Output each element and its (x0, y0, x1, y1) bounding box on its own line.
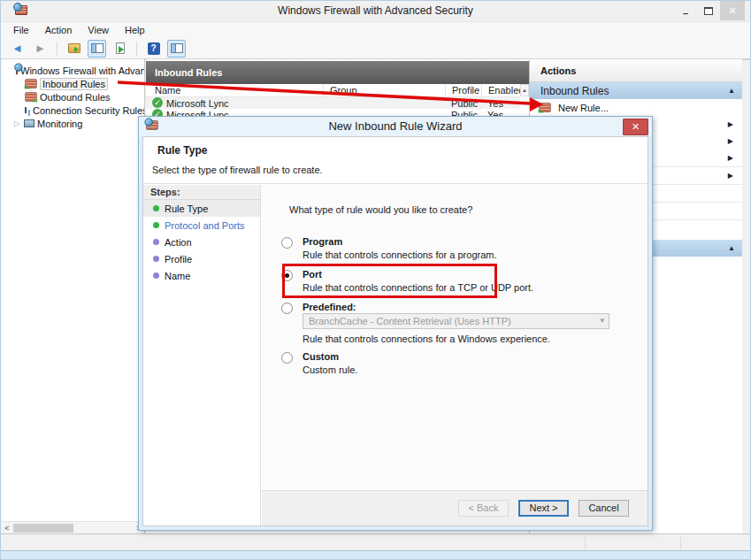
status-divider (680, 536, 681, 549)
dialog-client-area: Rule Type Select the type of firewall ru… (142, 136, 648, 526)
monitoring-icon (24, 119, 34, 127)
expand-icon[interactable]: ▷ (12, 119, 21, 127)
menu-action[interactable]: Action (45, 25, 73, 35)
option-predefined-label[interactable]: Predefined: (303, 302, 356, 312)
dialog-close-button[interactable]: ✕ (623, 119, 648, 135)
main-window: Windows Firewall with Advanced Security … (0, 0, 751, 560)
wizard-steps-panel: Steps: Rule Type Protocol and Ports Acti… (143, 185, 261, 525)
step-protocol-and-ports[interactable]: Protocol and Ports (143, 217, 260, 234)
tree-item-label: Connection Security Rules (33, 105, 145, 116)
column-header-row: Name Group Profile Enabled (146, 84, 520, 97)
list-panel-header: Inbound Rules (146, 61, 529, 84)
actions-section-header[interactable]: Inbound Rules ▲ (530, 82, 742, 99)
step-rule-type[interactable]: Rule Type (143, 200, 260, 217)
radio-port[interactable] (281, 270, 293, 281)
predefined-dropdown[interactable]: BranchCache - Content Retrieval (Uses HT… (303, 313, 609, 329)
tree-item-connection-security-rules[interactable]: Connection Security Rules (2, 104, 144, 117)
rule-enabled-check-icon: ✓ (152, 97, 163, 108)
list-scroll-up-icon[interactable]: ▲ (520, 84, 529, 96)
option-custom-label[interactable]: Custom (303, 351, 339, 362)
wizard-heading: Rule Type (157, 144, 207, 157)
forward-button[interactable]: ► (31, 40, 50, 58)
toolbar-separator (57, 42, 57, 56)
forward-icon: ► (34, 42, 46, 55)
step-profile[interactable]: Profile (143, 250, 260, 267)
menu-bar: File Action View Help (1, 21, 750, 38)
back-button[interactable]: ◄ (8, 40, 27, 58)
dialog-title: New Inbound Rule Wizard (139, 119, 652, 133)
new-rule-icon (539, 103, 550, 111)
actions-section-title: Inbound Rules (540, 85, 609, 97)
step-label: Action (165, 237, 192, 248)
submenu-arrow-icon: ▶ (728, 137, 733, 145)
step-action[interactable]: Action (143, 234, 260, 250)
collapse-icon[interactable]: ▲ (728, 244, 735, 252)
step-bullet-icon (153, 272, 159, 279)
window-frame-bottom (1, 550, 750, 559)
column-header-group[interactable]: Group (323, 84, 445, 96)
close-button[interactable]: ✕ (720, 1, 745, 20)
folder-button[interactable] (65, 40, 83, 58)
step-bullet-icon (153, 256, 159, 262)
help-toolbar-button[interactable]: ? (144, 40, 163, 58)
tree-item-label: Inbound Rules (40, 78, 108, 90)
collapse-icon[interactable]: ▲ (728, 87, 735, 95)
tree-item-label: Monitoring (37, 119, 82, 129)
option-predefined-desc: Rule that controls connections for a Win… (303, 334, 550, 344)
toolbar: ◄ ► ? (1, 38, 750, 59)
scroll-left-icon[interactable]: < (2, 524, 12, 533)
radio-custom[interactable] (281, 352, 293, 364)
column-header-enabled[interactable]: Enabled (481, 84, 521, 96)
export-list-button[interactable] (111, 40, 129, 58)
menu-help[interactable]: Help (125, 25, 145, 35)
option-program-label[interactable]: Program (303, 236, 342, 247)
new-rule-action[interactable]: New Rule... (530, 99, 742, 116)
radio-predefined[interactable] (281, 303, 293, 314)
firewall-root-icon (16, 65, 18, 74)
option-custom-desc: Custom rule. (303, 364, 357, 375)
tree-item-root[interactable]: Windows Firewall with Advance (2, 64, 144, 77)
column-header-profile[interactable]: Profile (445, 84, 481, 96)
tree-item-label: Windows Firewall with Advance (20, 65, 145, 76)
next-button[interactable]: Next > (518, 500, 569, 517)
submenu-arrow-icon: ▶ (728, 120, 733, 128)
table-row[interactable]: ✓ Microsoft Lync Public Yes (146, 97, 520, 109)
predefined-dropdown-value: BranchCache - Content Retrieval (Uses HT… (309, 316, 511, 326)
connection-security-icon (25, 107, 27, 113)
scrollbar-thumb[interactable] (13, 524, 73, 533)
radio-program[interactable] (281, 237, 293, 249)
tree-item-inbound-rules[interactable]: Inbound Rules (2, 77, 144, 90)
step-name[interactable]: Name (143, 267, 260, 284)
step-label: Protocol and Ports (165, 220, 245, 231)
column-header-name[interactable]: Name (146, 84, 323, 96)
inbound-rules-icon (25, 79, 36, 88)
submenu-arrow-icon: ▶ (728, 154, 733, 162)
minimize-button[interactable]: – (674, 1, 697, 20)
tree-item-monitoring[interactable]: ▷ Monitoring (2, 117, 144, 130)
wizard-subheading: Select the type of firewall rule to crea… (152, 165, 323, 175)
step-bullet-icon (153, 239, 159, 245)
status-divider (585, 536, 586, 549)
tree-horizontal-scrollbar[interactable]: < > (2, 521, 144, 533)
back-wizard-button[interactable]: < Back (458, 500, 509, 517)
outbound-rules-icon (25, 92, 36, 101)
option-port-label[interactable]: Port (303, 269, 322, 280)
wizard-content: What type of rule would you like to crea… (262, 185, 648, 525)
back-icon: ◄ (11, 42, 23, 55)
tree-item-outbound-rules[interactable]: Outbound Rules (2, 90, 144, 104)
wizard-question: What type of rule would you like to crea… (289, 204, 472, 215)
maximize-button[interactable] (697, 1, 720, 20)
export-list-icon (116, 42, 125, 54)
actions-header: Actions (530, 59, 742, 82)
option-program-desc: Rule that controls connections for a pro… (303, 249, 497, 260)
console-tree-toggle-button[interactable] (88, 40, 106, 58)
step-bullet-icon (153, 205, 159, 211)
cancel-button[interactable]: Cancel (579, 500, 629, 517)
toolbar-separator (136, 42, 137, 56)
step-label: Profile (165, 254, 192, 265)
tree-item-label: Outbound Rules (40, 92, 111, 103)
menu-file[interactable]: File (13, 25, 29, 35)
action-pane-toggle-button[interactable] (167, 40, 186, 58)
menu-view[interactable]: View (88, 25, 109, 35)
wizard-button-strip: < Back Next > Cancel (262, 490, 648, 525)
